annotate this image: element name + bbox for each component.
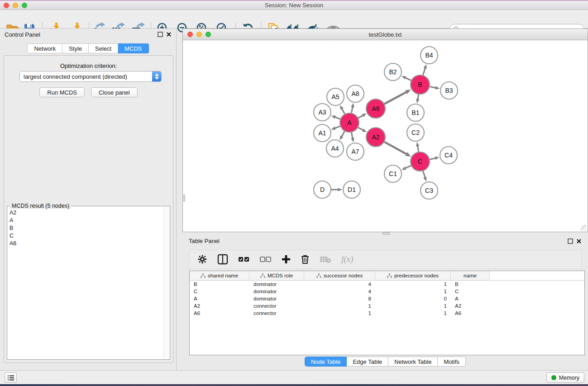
- edge-A-A7[interactable]: [351, 133, 353, 138]
- cell-predecessor_nodes[interactable]: 1: [375, 281, 451, 287]
- splitpane-handle-bottom[interactable]: [382, 232, 390, 235]
- edge-C-C2[interactable]: [418, 146, 419, 152]
- edge-B-B4[interactable]: [423, 68, 425, 75]
- tab-mcds[interactable]: MCDS: [118, 43, 148, 53]
- tab-select[interactable]: Select: [89, 43, 118, 53]
- cell-shared_name[interactable]: A6: [190, 310, 249, 316]
- table-row[interactable]: Cdominator41C: [190, 288, 584, 295]
- float-panel-icon[interactable]: [158, 32, 163, 37]
- mcds-result-item[interactable]: A6: [8, 240, 163, 248]
- window-controls[interactable]: [4, 3, 27, 8]
- cell-shared_name[interactable]: B: [190, 281, 249, 287]
- show-columns-icon[interactable]: [217, 254, 228, 265]
- tab-node-table[interactable]: Node Table: [305, 357, 347, 367]
- mcds-result-item[interactable]: A: [8, 217, 163, 224]
- mcds-result-item[interactable]: C: [8, 232, 163, 240]
- node-A3[interactable]: A3: [314, 104, 331, 121]
- zoom-window-button[interactable]: [22, 3, 27, 8]
- cell-successor_nodes[interactable]: 8: [304, 296, 375, 301]
- edge-C-C4[interactable]: [430, 158, 435, 160]
- node-table[interactable]: shared nameMCDS rolesuccessor nodesprede…: [189, 271, 585, 355]
- network-canvas[interactable]: AA1A2A3A4A5A6A7A8BB1B2B3B4CC1C2C3C4DD1: [183, 41, 587, 231]
- node-C4[interactable]: C4: [440, 147, 457, 164]
- node-C[interactable]: C: [411, 152, 430, 171]
- cell-mcds_role[interactable]: connector: [249, 310, 304, 316]
- edge-A-A6[interactable]: [358, 115, 363, 118]
- node-D[interactable]: D: [314, 181, 331, 198]
- close-window-button[interactable]: [4, 3, 9, 8]
- edge-A-A5[interactable]: [342, 109, 345, 114]
- column-header-successor-nodes[interactable]: successor nodes: [304, 271, 375, 280]
- node-table-header[interactable]: shared nameMCDS rolesuccessor nodesprede…: [190, 271, 584, 281]
- cell-mcds_role[interactable]: dominator: [249, 281, 304, 287]
- tab-motifs[interactable]: Motifs: [438, 357, 466, 367]
- edge-C-C1[interactable]: [406, 166, 411, 168]
- table-options-gear-icon[interactable]: [197, 254, 207, 264]
- window-resize-grip[interactable]: [581, 225, 587, 231]
- column-header-predecessor-nodes[interactable]: predecessor nodes: [375, 271, 451, 280]
- node-C1[interactable]: C1: [384, 165, 402, 182]
- edge-A-A8[interactable]: [351, 107, 353, 113]
- node-A2[interactable]: A2: [366, 128, 385, 147]
- cell-name[interactable]: A6: [451, 310, 490, 316]
- close-panel-icon[interactable]: [166, 32, 172, 37]
- minimize-window-button[interactable]: [13, 3, 18, 8]
- cell-predecessor_nodes[interactable]: 1: [375, 303, 451, 309]
- cell-mcds_role[interactable]: dominator: [249, 296, 304, 301]
- select-all-icon[interactable]: [238, 256, 250, 262]
- cell-name[interactable]: A: [451, 296, 490, 301]
- cell-shared_name[interactable]: A2: [190, 303, 249, 309]
- close-table-panel-icon[interactable]: [576, 238, 582, 244]
- node-B4[interactable]: B4: [421, 47, 438, 64]
- mcds-result-item[interactable]: B: [8, 224, 163, 232]
- delete-column-trash-icon[interactable]: [301, 254, 310, 264]
- function-builder-icon[interactable]: f(x): [341, 254, 353, 264]
- edge-A6-B[interactable]: [384, 92, 406, 104]
- create-column-plus-icon[interactable]: [282, 255, 291, 264]
- close-view-button[interactable]: [187, 32, 193, 37]
- cell-successor_nodes[interactable]: 1: [304, 303, 375, 309]
- node-A1[interactable]: A1: [314, 124, 331, 142]
- task-history-button[interactable]: [5, 372, 17, 383]
- node-A7[interactable]: A7: [347, 143, 364, 160]
- mcds-result-list[interactable]: A2ABCA6: [8, 209, 163, 359]
- edge-A-A1[interactable]: [335, 126, 340, 128]
- edge-A-A4[interactable]: [342, 131, 344, 136]
- criterion-dropdown[interactable]: largest connected component (directed): [19, 71, 162, 82]
- cell-name[interactable]: B: [451, 281, 490, 287]
- memory-button[interactable]: Memory: [546, 372, 584, 383]
- mcds-result-item[interactable]: A2: [8, 209, 163, 217]
- cell-name[interactable]: A2: [451, 303, 490, 309]
- table-row[interactable]: Bdominator41B: [190, 281, 584, 288]
- node-C3[interactable]: C3: [421, 182, 438, 199]
- cell-predecessor_nodes[interactable]: 1: [375, 310, 451, 316]
- tab-style[interactable]: Style: [62, 43, 89, 53]
- node-C2[interactable]: C2: [407, 124, 424, 141]
- edge-A-A2[interactable]: [358, 128, 363, 130]
- cell-shared_name[interactable]: C: [190, 289, 249, 294]
- node-A4[interactable]: A4: [326, 140, 344, 157]
- tab-network[interactable]: Network: [27, 43, 62, 53]
- edge-A2-C[interactable]: [384, 142, 406, 154]
- network-window-titlebar[interactable]: testGlobe.txt: [183, 29, 588, 40]
- edge-B-B3[interactable]: [430, 86, 436, 88]
- cell-predecessor_nodes[interactable]: 1: [375, 289, 451, 294]
- node-A[interactable]: A: [340, 113, 359, 132]
- cell-predecessor_nodes[interactable]: 0: [375, 296, 451, 301]
- node-A5[interactable]: A5: [327, 88, 344, 105]
- float-table-panel-icon[interactable]: [568, 238, 573, 244]
- cell-shared_name[interactable]: A: [190, 296, 249, 301]
- cell-successor_nodes[interactable]: 1: [304, 310, 375, 316]
- edge-A-A3[interactable]: [335, 117, 340, 119]
- cell-mcds_role[interactable]: connector: [249, 303, 304, 309]
- close-panel-button[interactable]: Close panel: [91, 87, 138, 97]
- delete-table-icon[interactable]: [320, 255, 331, 263]
- node-B3[interactable]: B3: [440, 82, 458, 99]
- minimize-view-button[interactable]: [196, 32, 202, 37]
- zoom-view-button[interactable]: [206, 32, 211, 37]
- tab-network-table[interactable]: Network Table: [388, 357, 438, 367]
- cell-successor_nodes[interactable]: 4: [304, 281, 375, 287]
- node-B1[interactable]: B1: [407, 104, 424, 121]
- column-header-shared-name[interactable]: shared name: [190, 271, 249, 280]
- node-B2[interactable]: B2: [384, 63, 402, 81]
